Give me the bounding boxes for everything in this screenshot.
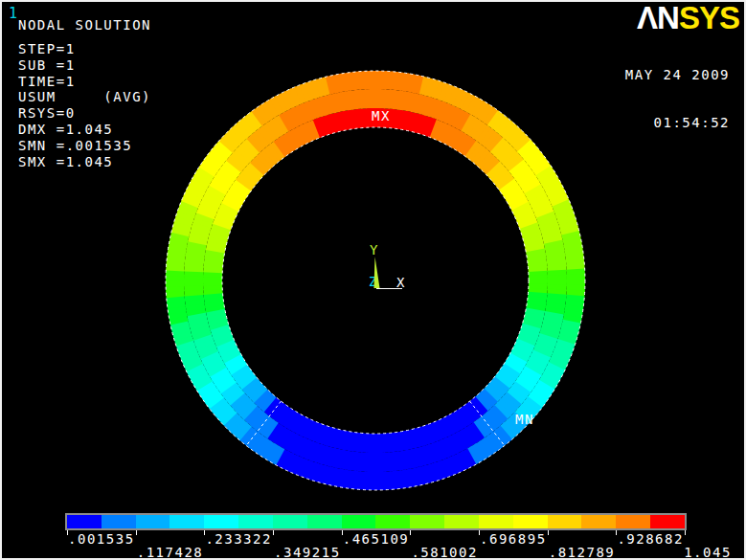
coordinate-triad: ZYX xyxy=(369,242,406,290)
triad-y-label: Y xyxy=(370,242,379,258)
triad-x-label: X xyxy=(396,275,406,290)
ansys-graphics-window: 1 NODAL SOLUTION STEP=1SUB =1TIME=1USUM … xyxy=(0,0,746,560)
max-marker-label: MX xyxy=(372,108,391,123)
contour-plot: ZYXMXMN xyxy=(2,2,746,560)
triad-y-axis-arrow xyxy=(374,257,380,288)
min-marker-label: MN xyxy=(515,412,534,427)
